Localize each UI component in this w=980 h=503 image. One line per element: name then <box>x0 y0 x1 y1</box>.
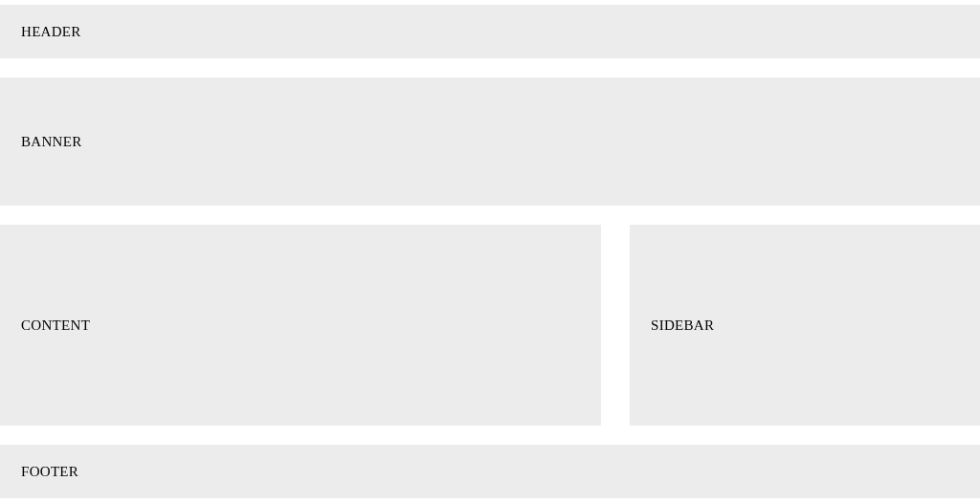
layout-wireframe: HEADER BANNER CONTENT SIDEBAR FOOTER <box>0 0 980 498</box>
banner-label: BANNER <box>21 134 81 150</box>
middle-row: CONTENT SIDEBAR <box>0 225 980 426</box>
content-label: CONTENT <box>21 317 90 334</box>
header-region: HEADER <box>0 5 980 58</box>
content-region: CONTENT <box>0 225 601 426</box>
banner-region: BANNER <box>0 77 980 206</box>
footer-label: FOOTER <box>21 464 78 480</box>
sidebar-region: SIDEBAR <box>630 225 980 426</box>
sidebar-label: SIDEBAR <box>651 317 714 334</box>
footer-region: FOOTER <box>0 445 980 498</box>
header-label: HEADER <box>21 24 81 40</box>
